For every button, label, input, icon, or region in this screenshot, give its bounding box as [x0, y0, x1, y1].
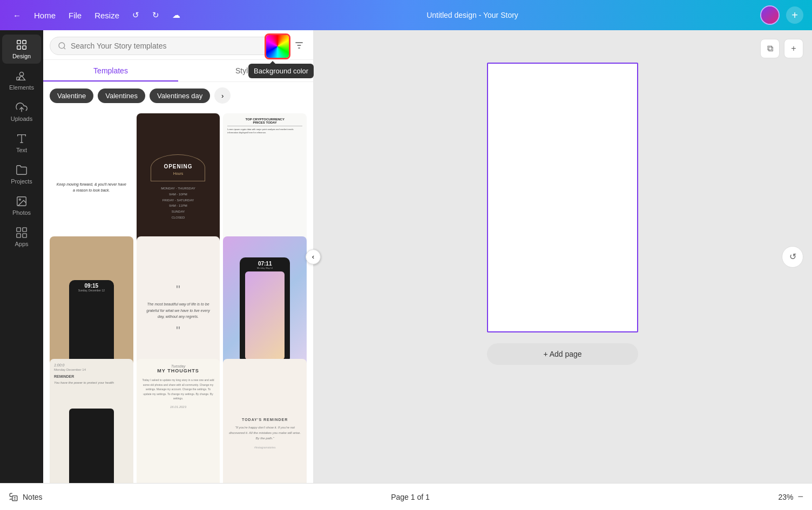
topbar: ← Home File Resize ↺ ↻ ☁ Untitled design… [0, 0, 812, 30]
svg-rect-0 [17, 40, 21, 44]
canvas-collapse-left-button[interactable]: ‹ [313, 249, 321, 264]
elements-icon [16, 70, 28, 82]
uploads-icon [16, 101, 28, 113]
chip-valentines-day[interactable]: Valentines day [150, 89, 210, 103]
template-card-7[interactable]: 1:00:0 Monday December 14 REMINDER You h… [50, 359, 133, 483]
svg-point-16 [59, 43, 65, 49]
templates-grid: Keep moving forward, & you'll never have… [43, 109, 313, 483]
svg-point-11 [19, 199, 21, 200]
add-page-icon: + [791, 44, 796, 53]
page-indicator: Page 1 of 1 [391, 493, 430, 501]
back-arrow-icon: ← [13, 11, 21, 20]
chip-valentines[interactable]: Valentines [98, 89, 145, 103]
add-page-label: + Add page [543, 350, 581, 358]
undo-button[interactable]: ↺ [128, 8, 144, 22]
chip-arrow-next[interactable]: › [214, 87, 231, 104]
photos-icon [16, 195, 28, 207]
sidebar-item-apps[interactable]: Apps [2, 222, 41, 251]
file-label: File [69, 11, 82, 20]
apps-label: Apps [15, 241, 28, 247]
avatar[interactable] [760, 5, 780, 25]
zoom-controls: 23% − [778, 491, 803, 502]
sidebar-item-elements[interactable]: Elements [2, 66, 41, 95]
redo-button[interactable]: ↻ [148, 8, 164, 22]
chevron-right-icon: › [221, 92, 224, 100]
sidebar-item-text[interactable]: Text [2, 128, 41, 158]
design-icon [16, 39, 28, 51]
collapse-left-icon: ‹ [313, 253, 314, 261]
add-icon: + [791, 9, 798, 22]
refresh-icon: ↺ [789, 251, 796, 262]
main-layout: Design Elements Uploads Text [0, 30, 812, 483]
copy-page-button[interactable]: ⧉ [760, 39, 780, 58]
home-label: Home [34, 11, 56, 20]
text-icon [16, 133, 28, 145]
undo-icon: ↺ [132, 10, 139, 20]
filter-button[interactable] [292, 38, 307, 55]
sidebar-item-design[interactable]: Design [2, 35, 41, 64]
canvas-toolbar: ⧉ + [760, 39, 803, 58]
zoom-out-button[interactable]: − [797, 491, 803, 502]
template-card-9[interactable]: TODAY'S REMINDER "If you're happy don't … [223, 359, 307, 483]
svg-rect-2 [17, 46, 21, 49]
svg-line-17 [64, 47, 65, 49]
filter-chips: Valentine Valentines Valentines day › [43, 82, 313, 109]
projects-label: Projects [11, 178, 32, 185]
notes-button[interactable]: Notes [9, 492, 43, 502]
refresh-button[interactable]: ↺ [782, 246, 803, 268]
text-label: Text [16, 147, 27, 153]
color-gradient [266, 35, 289, 58]
redo-icon: ↻ [152, 10, 159, 20]
sidebar-item-uploads[interactable]: Uploads [2, 97, 41, 126]
svg-rect-15 [23, 234, 26, 237]
file-button[interactable]: File [64, 9, 86, 22]
svg-rect-12 [17, 228, 21, 232]
chip-valentine[interactable]: Valentine [50, 89, 93, 103]
zoom-level: 23% [778, 493, 793, 501]
copy-icon: ⧉ [767, 44, 773, 53]
home-button[interactable]: Home [30, 9, 60, 22]
bg-color-button[interactable] [265, 33, 290, 59]
projects-icon [16, 164, 28, 176]
add-page-icon-button[interactable]: + [784, 39, 803, 58]
svg-rect-21 [12, 495, 17, 500]
notes-label: Notes [23, 493, 43, 501]
add-page-button[interactable]: + Add page [487, 343, 638, 365]
svg-rect-14 [17, 234, 21, 237]
search-box [50, 37, 287, 55]
search-icon [58, 42, 66, 50]
cloud-icon: ☁ [172, 10, 180, 20]
template-card-8[interactable]: Tuesday MY THOUGHTS Today I asked to upd… [137, 359, 220, 483]
document-title: Untitled design - Your Story [427, 11, 518, 19]
filter-icon [294, 40, 304, 51]
photos-label: Photos [12, 209, 31, 216]
canvas-page[interactable] [487, 63, 638, 332]
bottom-bar: Notes Page 1 of 1 23% − [0, 483, 812, 510]
resize-label: Resize [94, 11, 119, 20]
svg-rect-13 [23, 228, 26, 232]
sidebar-item-projects[interactable]: Projects [2, 160, 41, 189]
back-button[interactable]: ← [9, 9, 25, 22]
notes-icon [9, 492, 18, 502]
resize-button[interactable]: Resize [90, 9, 124, 22]
apps-icon [16, 227, 28, 239]
panel: Templates Styles Valentine Valentines Va… [43, 30, 313, 483]
design-label: Design [12, 53, 31, 59]
svg-rect-3 [23, 46, 26, 49]
svg-rect-1 [23, 40, 26, 44]
search-input[interactable] [71, 42, 279, 50]
sidebar-item-photos[interactable]: Photos [2, 191, 41, 220]
icon-sidebar: Design Elements Uploads Text [0, 30, 43, 483]
tab-styles[interactable]: Styles [178, 60, 313, 81]
uploads-label: Uploads [11, 115, 32, 122]
bg-color-area: Background color [265, 33, 290, 59]
panel-tabs: Templates Styles [43, 60, 313, 82]
avatar-image [761, 6, 779, 24]
elements-label: Elements [9, 84, 34, 91]
canvas-area: ⧉ + ↺ ‹ + Add page [313, 30, 812, 483]
tab-templates[interactable]: Templates [43, 60, 178, 81]
cloud-save-button[interactable]: ☁ [168, 8, 185, 22]
add-button[interactable]: + [786, 6, 803, 24]
